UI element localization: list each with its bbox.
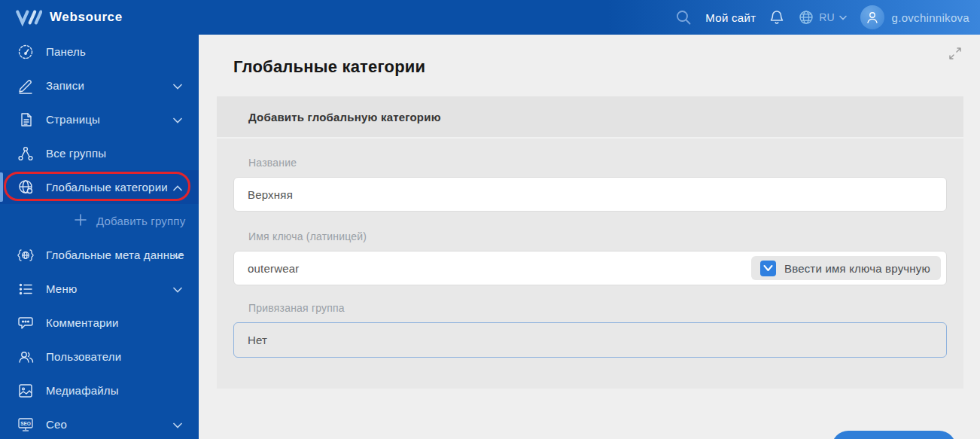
websource-logo-icon: [15, 8, 42, 26]
checkbox-checked-icon[interactable]: [760, 261, 776, 276]
globe-icon: [17, 178, 35, 196]
sidebar-item-media[interactable]: Медиафайлы: [0, 373, 199, 407]
meta-icon: [17, 247, 35, 264]
add-category-card: Добавить глобальную категорию Название И…: [217, 96, 963, 389]
comments-icon: [17, 315, 35, 331]
chevron-down-icon: [173, 79, 182, 93]
sidebar-item-label: Глобальные мета данные: [46, 248, 184, 261]
my-site-link[interactable]: Мой сайт: [705, 11, 756, 24]
sidebar-item-dashboard[interactable]: Панель: [0, 35, 199, 69]
sidebar-item-all-groups[interactable]: Все группы: [0, 136, 199, 170]
name-field-label: Название: [233, 139, 947, 169]
chevron-down-icon: [173, 248, 182, 262]
gauge-icon: [17, 44, 35, 60]
sidebar-item-label: Меню: [46, 282, 77, 295]
sidebar-item-label: Комментарии: [46, 316, 119, 329]
expand-icon: [948, 47, 962, 60]
brand-logo[interactable]: Websource: [0, 0, 199, 35]
sidebar-item-label: Добавить группу: [96, 215, 185, 227]
sidebar-item-posts[interactable]: Записи: [0, 69, 199, 102]
linked-group-value: Нет: [248, 334, 267, 346]
group-field-label: Привязаная группа: [233, 285, 947, 314]
sidebar-item-label: Записи: [46, 79, 84, 92]
card-header: Добавить глобальную категорию: [217, 96, 963, 139]
language-code: RU: [819, 11, 834, 23]
linked-group-select[interactable]: Нет: [233, 322, 947, 358]
chevron-up-icon: [173, 181, 182, 194]
card-body: Название Имя ключа (латиницей) Ввести им…: [217, 139, 963, 389]
sidebar-item-users[interactable]: Пользователи: [0, 340, 199, 373]
card-header-title: Добавить глобальную категорию: [248, 111, 441, 123]
menu-list-icon: [17, 281, 35, 297]
search-icon[interactable]: [675, 9, 692, 26]
svg-text:SEO: SEO: [20, 420, 31, 425]
sidebar-item-label: Страницы: [46, 113, 100, 126]
submit-button[interactable]: [832, 431, 956, 439]
sidebar-item-comments[interactable]: Комментарии: [0, 306, 199, 340]
chevron-down-icon: [173, 282, 182, 296]
chevron-down-icon: [173, 113, 182, 127]
pages-icon: [17, 111, 35, 128]
sidebar-item-add-group[interactable]: Добавить группу: [0, 204, 199, 238]
sidebar-item-pages[interactable]: Страницы: [0, 102, 199, 136]
avatar: [860, 5, 884, 29]
sidebar-item-label: Пользователи: [46, 350, 121, 363]
plus-icon: [74, 213, 87, 230]
globe-icon: [798, 9, 814, 26]
name-input[interactable]: [234, 178, 946, 211]
sidebar-item-menu[interactable]: Меню: [0, 272, 199, 306]
notifications-bell-icon[interactable]: [769, 9, 784, 26]
sidebar-item-global-categories[interactable]: Глобальные категории: [0, 170, 199, 204]
key-field: Ввести имя ключа вручную: [233, 251, 947, 285]
username-label: g.ovchinnikova: [892, 11, 969, 24]
chevron-down-icon: [839, 15, 847, 20]
chevron-down-icon: [173, 418, 182, 431]
checkbox-label: Ввести имя ключа вручную: [784, 262, 930, 275]
sidebar-item-global-meta[interactable]: Глобальные мета данные: [0, 238, 199, 272]
language-selector[interactable]: RU: [798, 9, 846, 26]
key-field-label: Имя ключа (латиницей): [233, 212, 947, 242]
name-field: [233, 177, 947, 212]
sidebar-item-label: Сео: [46, 418, 67, 431]
expand-button[interactable]: [948, 47, 962, 63]
seo-icon: SEO: [17, 416, 35, 433]
sidebar-item-seo[interactable]: SEO Сео: [0, 407, 199, 439]
active-indicator: [0, 172, 3, 202]
sidebar-item-label: Панель: [46, 45, 86, 58]
users-icon: [17, 349, 35, 365]
media-icon: [17, 383, 35, 399]
sidebar: Websource Панель Записи: [0, 0, 199, 439]
sidebar-menu: Панель Записи Страницы: [0, 35, 199, 439]
sidebar-item-label: Все группы: [46, 147, 106, 160]
manual-key-toggle[interactable]: Ввести имя ключа вручную: [751, 256, 941, 280]
sidebar-item-label: Глобальные категории: [46, 181, 168, 194]
brand-name: Websource: [50, 10, 123, 25]
group-icon: [17, 145, 35, 162]
user-menu[interactable]: g.ovchinnikova: [860, 5, 969, 29]
pencil-icon: [17, 78, 35, 94]
main-content: Глобальные категории Добавить глобальную…: [199, 35, 980, 439]
sidebar-item-label: Медиафайлы: [46, 384, 119, 397]
page-title: Глобальные категории: [233, 57, 962, 77]
